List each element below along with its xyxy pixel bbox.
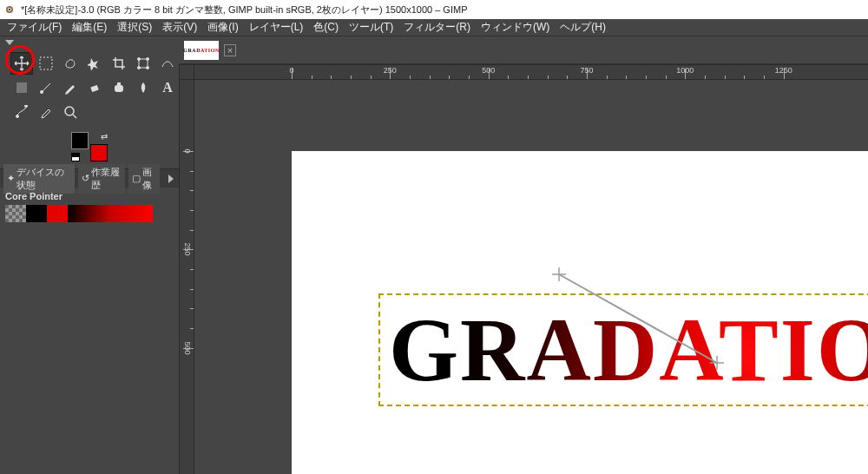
svg-point-2 (9, 9, 10, 10)
window-titlebar: *[名称未設定]-3.0 (RGB カラー 8 bit ガンマ整数, GIMP … (0, 0, 868, 19)
move-tool[interactable] (10, 52, 33, 75)
gradient-swatch[interactable] (68, 205, 153, 222)
color-picker-tool[interactable] (35, 101, 57, 123)
eraser-tool[interactable] (83, 76, 106, 99)
canvas-area[interactable]: ▸ 025050075010001250 0250500 GRADATION (179, 64, 868, 474)
reset-colors-icon[interactable] (71, 153, 80, 161)
device-name-label: Core Pointer (5, 191, 174, 201)
bg-swatch[interactable] (47, 205, 68, 222)
color-selector[interactable]: ⇄ (0, 127, 179, 168)
close-tab-icon[interactable]: × (224, 44, 236, 56)
free-select-tool[interactable] (59, 52, 82, 75)
menu-image[interactable]: 画像(I) (207, 20, 238, 35)
fuzzy-select-tool[interactable] (83, 52, 106, 75)
crop-tool[interactable] (108, 52, 130, 75)
svg-rect-9 (16, 82, 27, 93)
clone-tool[interactable] (108, 76, 130, 99)
menu-tools[interactable]: ツール(T) (349, 20, 393, 35)
svg-point-15 (16, 115, 19, 118)
svg-rect-3 (40, 57, 52, 69)
ruler-corner[interactable] (179, 64, 194, 80)
menu-colors[interactable]: 色(C) (313, 20, 339, 35)
unified-transform-tool[interactable] (132, 52, 155, 75)
svg-rect-4 (139, 59, 148, 68)
rect-select-tool[interactable] (35, 52, 57, 75)
fg-color-swatch[interactable] (71, 132, 89, 149)
svg-point-11 (40, 90, 43, 94)
menu-bar: ファイル(F) 編集(E) 選択(S) 表示(V) 画像(I) レイヤー(L) … (0, 19, 868, 36)
menu-help[interactable]: ヘルプ(H) (560, 20, 606, 35)
image-tab[interactable]: GRADATION (184, 41, 219, 60)
bucket-fill-tool[interactable] (10, 76, 33, 99)
svg-rect-13 (115, 85, 123, 92)
text-layer[interactable]: GRADATION (378, 293, 868, 406)
device-swatches (5, 205, 153, 222)
fg-swatch[interactable] (26, 205, 47, 222)
swap-colors-icon[interactable]: ⇄ (101, 132, 108, 142)
svg-point-5 (138, 58, 141, 61)
svg-point-16 (25, 105, 28, 108)
dock-config-arrow-icon[interactable] (168, 174, 174, 183)
gradient-tool[interactable] (35, 76, 57, 99)
gimp-app-icon (5, 3, 17, 16)
warp-tool[interactable] (156, 52, 179, 75)
image-window: GRADATION × ▸ 025050075010001250 0250500… (179, 36, 868, 474)
text-tool[interactable]: A (156, 76, 179, 99)
selection-marquee (378, 293, 868, 406)
pattern-swatch[interactable] (5, 205, 26, 222)
horizontal-ruler[interactable]: 025050075010001250 (194, 64, 868, 80)
svg-point-7 (138, 67, 141, 69)
menu-filters[interactable]: フィルター(R) (404, 20, 470, 35)
bg-color-swatch[interactable] (90, 144, 108, 161)
smudge-tool[interactable] (132, 76, 155, 99)
menu-view[interactable]: 表示(V) (162, 20, 197, 35)
svg-rect-14 (117, 82, 121, 85)
left-dock: A ⇄ ✦デバイスの状態 ↺作業履歴 ▢画像 Core Pointer (0, 36, 179, 474)
image-tab-strip: GRADATION × (179, 36, 868, 64)
zoom-tool[interactable] (59, 101, 82, 123)
dock-menu-arrow-icon[interactable] (5, 40, 14, 45)
menu-select[interactable]: 選択(S) (117, 20, 152, 35)
svg-point-17 (65, 107, 74, 115)
svg-rect-12 (90, 85, 99, 92)
menu-edit[interactable]: 編集(E) (72, 20, 107, 35)
pencil-tool[interactable] (59, 76, 82, 99)
device-status-panel: Core Pointer (0, 188, 179, 226)
menu-windows[interactable]: ウィンドウ(W) (481, 20, 549, 35)
window-title: *[名称未設定]-3.0 (RGB カラー 8 bit ガンマ整数, GIMP … (21, 3, 467, 16)
vertical-ruler[interactable]: 0250500 (179, 80, 194, 474)
svg-point-6 (147, 58, 149, 61)
menu-file[interactable]: ファイル(F) (7, 20, 62, 35)
toolbox: A (0, 49, 179, 127)
menu-layer[interactable]: レイヤー(L) (249, 20, 304, 35)
svg-point-8 (147, 67, 149, 69)
path-tool[interactable] (10, 101, 33, 123)
